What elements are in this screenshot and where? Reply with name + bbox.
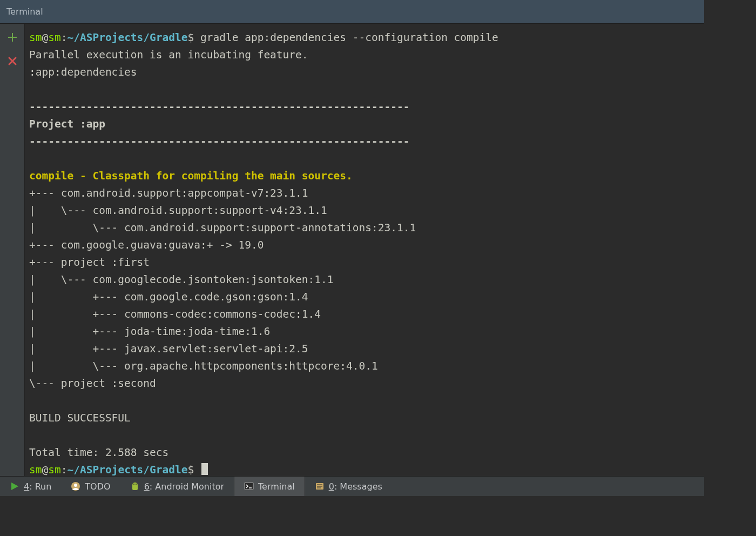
out-task: :app:dependencies [29,66,137,78]
tool-window-bar: 4: Run TODO 6: Android Monitor Terminal … [0,476,704,496]
command-text: gradle app:dependencies --configuration … [194,31,498,44]
dep-12: \--- project :second [29,377,156,390]
prompt2-colon: : [61,464,68,476]
close-tab-icon[interactable] [6,55,18,67]
terminal-cursor [201,463,208,475]
run-label: : Run [29,481,51,492]
toolwindow-terminal[interactable]: Terminal [234,477,305,496]
svg-point-3 [136,484,137,485]
dep-10: | +--- javax.servlet:servlet-api:2.5 [29,343,308,355]
messages-num: 0 [329,481,334,492]
out-compile-header: compile - Classpath for compiling the ma… [29,170,353,182]
prompt-host: sm [48,31,60,44]
android-num: 6 [144,481,150,492]
out-build: BUILD SUCCESSFUL [29,412,131,424]
terminal-label: Terminal [258,481,295,492]
panel-title: Terminal [6,6,43,17]
dep-11: | \--- org.apache.httpcomponents:httpcor… [29,360,378,372]
terminal-output[interactable]: sm@sm:~/ASProjects/Gradle$ gradle app:de… [25,24,704,476]
prompt2-dollar: $ [188,464,194,476]
dep-5: +--- project :first [29,256,150,269]
svg-point-2 [133,484,134,485]
out-sep1: ----------------------------------------… [29,100,409,113]
panel-titlebar: Terminal [0,0,704,24]
dep-1: +--- com.android.support:appcompat-v7:23… [29,187,308,199]
add-tab-icon[interactable] [6,31,18,43]
todo-label: TODO [85,481,110,492]
run-icon [10,481,19,491]
toolwindow-messages[interactable]: 0: Messages [305,477,392,496]
out-time: Total time: 2.588 secs [29,446,168,459]
dep-7: | +--- com.google.code.gson:gson:1.4 [29,291,308,303]
out-parallel: Parallel execution is an incubating feat… [29,49,308,61]
terminal-icon [244,481,254,491]
messages-label: : Messages [334,481,382,492]
svg-point-1 [74,484,77,487]
dep-3: | \--- com.android.support:support-annot… [29,222,416,234]
dep-8: | +--- commons-codec:commons-codec:1.4 [29,308,321,320]
prompt-path: ~/ASProjects/Gradle [67,31,187,44]
prompt2-at: @ [42,464,48,476]
android-label: : Android Monitor [150,481,224,492]
dep-2: | \--- com.android.support:support-v4:23… [29,204,327,217]
out-sep2: ----------------------------------------… [29,135,409,148]
dep-6: | \--- com.googlecode.jsontoken:jsontoke… [29,273,334,286]
run-num: 4 [24,481,29,492]
prompt-user: sm [29,31,42,44]
prompt2-path: ~/ASProjects/Gradle [67,464,187,476]
dep-9: | +--- joda-time:joda-time:1.6 [29,325,270,338]
toolwindow-run[interactable]: 4: Run [0,477,61,496]
messages-icon [315,481,325,491]
android-icon [130,481,140,491]
svg-rect-4 [245,483,253,490]
toolwindow-android-monitor[interactable]: 6: Android Monitor [120,477,234,496]
terminal-panel: sm@sm:~/ASProjects/Gradle$ gradle app:de… [0,24,704,476]
prompt2-user: sm [29,464,42,476]
prompt-dollar: $ [188,31,194,44]
prompt-colon: : [61,31,68,44]
out-project: Project :app [29,118,105,130]
terminal-gutter [0,24,25,476]
todo-icon [71,481,80,491]
dep-4: +--- com.google.guava:guava:+ -> 19.0 [29,239,264,251]
toolwindow-todo[interactable]: TODO [61,477,120,496]
prompt2-host: sm [48,464,60,476]
prompt-at: @ [42,31,48,44]
